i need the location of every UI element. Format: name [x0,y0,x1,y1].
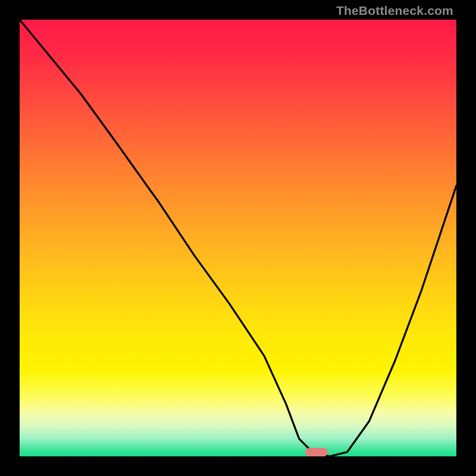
plot-area [20,20,456,456]
curve-svg [20,20,456,456]
optimum-marker [305,448,328,456]
chart-frame: TheBottleneck.com [0,0,476,476]
watermark-text: TheBottleneck.com [336,4,453,18]
bottleneck-curve [20,20,456,456]
